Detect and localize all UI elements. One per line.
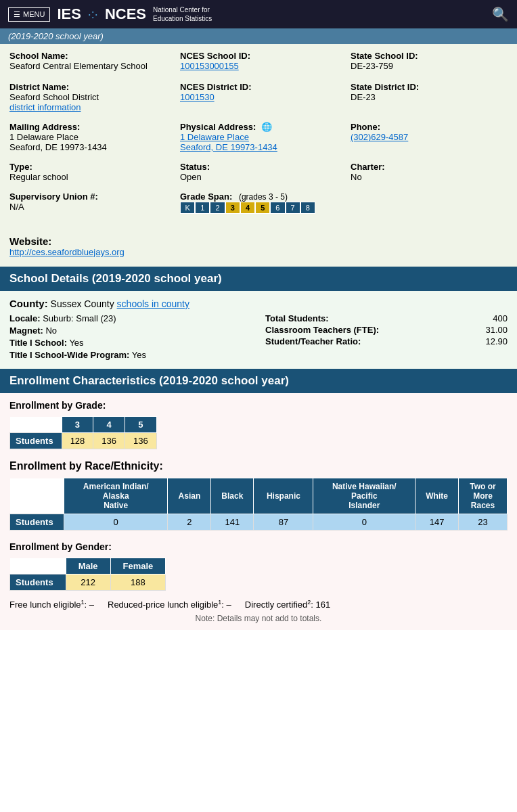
free-lunch-sup: 1 [81,599,85,606]
directly-cert-item: Directly certified2: 161 [245,599,330,610]
total-students-row: Total Students: 400 [265,313,508,323]
grade-span-sub: (grades 3 - 5) [239,192,288,202]
by-gender-title: Enrollment by Gender: [9,541,508,552]
details-right: Total Students: 400 Classroom Teachers (… [265,313,508,362]
nces-dist-label: NCES District ID: [180,82,337,92]
by-race-title: Enrollment by Race/Ethnicity: [9,460,508,472]
grade-cell-2: 2 [210,202,225,214]
magnet-row: Magnet: No [9,325,252,336]
race-asian-value: 2 [168,514,211,531]
enrollment-header: Enrollment Characteristics (2019-2020 sc… [0,369,517,393]
grade-cell-4: 4 [240,202,255,214]
total-students-label: Total Students: [265,313,329,323]
logo-dots: ·:· [88,7,98,22]
free-lunch-value: – [89,600,94,610]
type-cell: Type: Regular school [9,162,166,182]
state-id-cell: State School ID: DE-23-759 [351,51,508,71]
reduced-lunch-sup: 1 [218,599,221,606]
ies-logo: IES [57,5,81,23]
state-dist-label: State District ID: [351,82,508,92]
locale-value: Suburb: Small (23) [43,313,116,323]
website-link[interactable]: http://ces.seafordbluejays.org [9,247,125,257]
charter-value: No [351,172,508,182]
physical-line2-link[interactable]: Seaford, DE 19973-1434 [180,142,337,152]
title1-wide-label: Title I School-Wide Program: [9,350,129,360]
district-cell: District Name: Seaford School District d… [9,82,166,112]
status-cell: Status: Open [180,162,337,182]
enrollment-section: Enrollment by Grade: 3 4 5 Students 128 … [0,393,517,630]
race-two-more-value: 23 [459,514,508,531]
gender-female-header: Female [110,558,166,574]
county-schools-link[interactable]: schools in county [117,298,189,309]
nces-dist-link[interactable]: 1001530 [180,92,337,102]
race-header-black: Black [211,478,254,514]
physical-address-cell: Physical Address: 🌐 1 Delaware Place Sea… [180,122,337,152]
race-header-aian: American Indian/AlaskaNative [64,478,168,514]
state-id-label: State School ID: [351,51,508,61]
school-info-section: School Name: Seaford Central Elementary … [0,44,517,230]
phone-cell: Phone: (302)629-4587 [351,122,508,152]
directly-cert-value: 161 [316,600,331,610]
district-value: Seaford School District [9,92,166,102]
race-table: American Indian/AlaskaNative Asian Black… [9,478,508,531]
race-students-label: Students [10,514,64,531]
website-label: Website: [9,235,508,247]
phone-value[interactable]: (302)629-4587 [351,132,508,142]
ratio-value: 12.90 [485,336,508,346]
district-info-link[interactable]: district information [9,102,166,112]
race-empty-header [10,478,64,514]
county-label: County: [9,298,48,309]
nces-dist-cell: NCES District ID: 1001530 [180,82,337,112]
race-aian-value: 0 [64,514,168,531]
county-row: County: Sussex County schools in county [9,298,508,309]
county-value: Sussex County [51,298,114,309]
classroom-row: Classroom Teachers (FTE): 31.00 [265,325,508,335]
site-header: ☰ MENU IES ·:· NCES National Center for … [0,0,517,28]
grade-5-value: 136 [125,433,157,449]
globe-icon: 🌐 [261,122,272,132]
status-label: Status: [180,162,337,172]
super-cell: Supervisory Union #: N/A [9,191,166,214]
race-header-two-more: Two orMoreRaces [459,478,508,514]
race-white-value: 147 [415,514,459,531]
nces-logo: NCES [105,5,146,23]
grade-header-4: 4 [93,417,125,433]
race-row: Students 0 2 141 87 0 147 23 [10,514,508,531]
nces-id-link[interactable]: 100153000155 [180,61,337,71]
classroom-value: 31.00 [485,325,508,335]
grade-cell-8: 8 [300,202,315,214]
mailing-line1: 1 Delaware Place [9,132,166,142]
title1-label: Title I School: [9,338,67,348]
physical-line1-link[interactable]: 1 Delaware Place [180,132,337,142]
locale-label: Locale: [9,313,41,323]
race-hispanic-value: 87 [254,514,313,531]
nces-id-label: NCES School ID: [180,51,337,61]
school-year-text: (2019-2020 school year) [8,31,104,41]
ratio-label: Student/Teacher Ratio: [265,336,361,346]
search-button[interactable]: 🔍 [492,6,509,22]
ratio-row: Student/Teacher Ratio: 12.90 [265,336,508,346]
gender-table: Male Female Students 212 188 [9,558,166,591]
grade-bar: K 1 2 3 4 5 6 7 8 [180,202,315,214]
physical-label: Physical Address: 🌐 [180,122,337,132]
grade-span-label: Grade Span: (grades 3 - 5) [180,191,508,202]
type-label: Type: [9,162,166,172]
directly-cert-sup: 2 [307,599,311,606]
grade-3-value: 128 [62,433,93,449]
title1-row: Title I School: Yes [9,338,252,348]
charter-label: Charter: [351,162,508,172]
by-grade-title: Enrollment by Grade: [9,400,508,411]
title1-wide-row: Title I School-Wide Program: Yes [9,350,252,360]
menu-button[interactable]: ☰ MENU [8,7,50,22]
header-left: ☰ MENU IES ·:· NCES National Center for … [8,5,212,23]
mailing-address-cell: Mailing Address: 1 Delaware Place Seafor… [9,122,166,152]
gender-male-value: 212 [66,574,110,591]
grade-empty-header [10,417,62,433]
title1-value: Yes [69,338,83,348]
status-value: Open [180,172,337,182]
header-subtitle: National Center for Education Statistics [153,5,212,23]
classroom-label: Classroom Teachers (FTE): [265,325,379,335]
grade-span-cell: Grade Span: (grades 3 - 5) K 1 2 3 4 5 6… [180,191,508,214]
district-label: District Name: [9,82,166,92]
title1-wide-value: Yes [132,350,146,360]
